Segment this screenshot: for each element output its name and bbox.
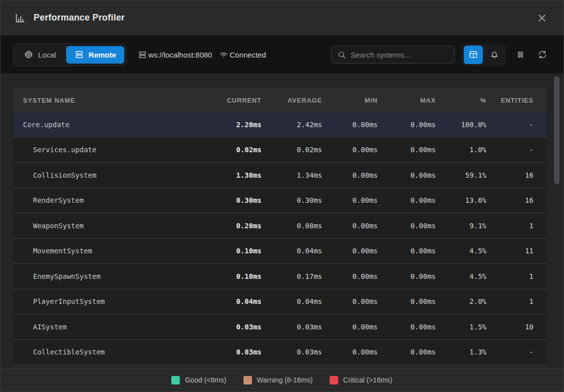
- wifi-icon: [219, 50, 228, 60]
- table-row[interactable]: Services.update 0.02ms 0.02ms 0.00ms 0.0…: [13, 138, 546, 163]
- pause-icon: [515, 50, 525, 60]
- table-row[interactable]: MovementSystem 0.10ms 0.04ms 0.00ms 0.00…: [13, 239, 546, 264]
- refresh-button[interactable]: [534, 46, 551, 63]
- refresh-icon: [537, 50, 547, 60]
- legend-good-label: Good (<8ms): [185, 376, 226, 384]
- table-row[interactable]: RenderSystem 0.30ms 0.30ms 0.00ms 0.00ms…: [13, 188, 546, 214]
- content-area: SYSTEM NAME CURRENT AVERAGE MIN MAX % EN…: [1, 74, 563, 368]
- server-small-icon: [138, 50, 147, 60]
- connection-status: Connected: [219, 50, 266, 60]
- remote-button-label: Remote: [89, 51, 116, 59]
- column-header-current: CURRENT: [197, 97, 261, 104]
- critical-swatch: [330, 376, 338, 384]
- table-body: Core.update 2.20ms 2.42ms 0.00ms 0.00ms …: [13, 112, 546, 365]
- column-header-system-name: SYSTEM NAME: [23, 97, 197, 104]
- connection-url-text: ws://localhost:8080: [148, 51, 212, 59]
- local-button[interactable]: Local: [16, 46, 64, 64]
- vertical-scrollbar-track[interactable]: [553, 75, 560, 367]
- table-row[interactable]: AISystem 0.03ms 0.03ms 0.00ms 0.00ms 1.5…: [13, 314, 546, 340]
- bar-chart-icon: [15, 13, 26, 24]
- close-icon[interactable]: [534, 11, 549, 26]
- performance-profiler-window: Performance Profiler Local: [0, 0, 564, 392]
- column-header-percent: %: [436, 97, 486, 104]
- pause-button[interactable]: [512, 46, 529, 63]
- table-row[interactable]: PlayerInputSystem 0.04ms 0.04ms 0.00ms 0…: [13, 289, 546, 315]
- table-header: SYSTEM NAME CURRENT AVERAGE MIN MAX % EN…: [13, 88, 546, 112]
- good-swatch: [171, 376, 180, 384]
- cpu-icon: [24, 50, 34, 60]
- table-view-button[interactable]: [464, 46, 483, 64]
- search-icon: [338, 51, 346, 59]
- title-bar: Performance Profiler: [1, 1, 563, 36]
- column-header-average: AVERAGE: [261, 97, 322, 104]
- systems-table: SYSTEM NAME CURRENT AVERAGE MIN MAX % EN…: [13, 88, 546, 365]
- view-button-group: [462, 44, 506, 66]
- table-row[interactable]: EnemySpawnSystem 0.10ms 0.17ms 0.00ms 0.…: [13, 264, 546, 289]
- legend-warning: Warning (8-16ms): [243, 376, 313, 384]
- search-box: [331, 46, 455, 64]
- connection-status-text: Connected: [229, 51, 266, 59]
- column-header-max: MAX: [378, 97, 436, 104]
- vertical-scrollbar-thumb[interactable]: [554, 76, 559, 184]
- table-row[interactable]: Core.update 2.20ms 2.42ms 0.00ms 0.00ms …: [13, 112, 546, 138]
- column-header-min: MIN: [322, 97, 378, 104]
- legend-good: Good (<8ms): [171, 376, 226, 384]
- toolbar: Local Remote: [1, 36, 563, 74]
- server-icon: [74, 50, 84, 60]
- connection-info: ws://localhost:8080 Connected: [138, 50, 266, 60]
- table-row[interactable]: CollectibleSystem 0.03ms 0.03ms 0.00ms 0…: [13, 340, 546, 365]
- search-input[interactable]: [351, 51, 448, 59]
- remote-button[interactable]: Remote: [66, 46, 124, 64]
- connection-url: ws://localhost:8080: [138, 50, 212, 60]
- legend-bar: Good (<8ms) Warning (8-16ms) Critical (>…: [1, 368, 563, 391]
- source-toggle-group: Local Remote: [13, 44, 127, 66]
- table-row[interactable]: CollisionSystem 1.30ms 1.34ms 0.00ms 0.0…: [13, 163, 546, 188]
- bell-icon: [489, 50, 499, 60]
- table-row[interactable]: WeaponSystem 0.20ms 0.08ms 0.00ms 0.00ms…: [13, 213, 546, 239]
- alerts-button[interactable]: [485, 46, 504, 64]
- local-button-label: Local: [38, 51, 56, 59]
- column-header-entities: ENTITIES: [486, 97, 533, 104]
- legend-critical-label: Critical (>16ms): [343, 376, 392, 384]
- page-title: Performance Profiler: [34, 13, 125, 23]
- legend-warning-label: Warning (8-16ms): [257, 376, 313, 384]
- warning-swatch: [243, 376, 252, 384]
- table-layout-icon: [468, 50, 478, 60]
- legend-critical: Critical (>16ms): [330, 376, 392, 384]
